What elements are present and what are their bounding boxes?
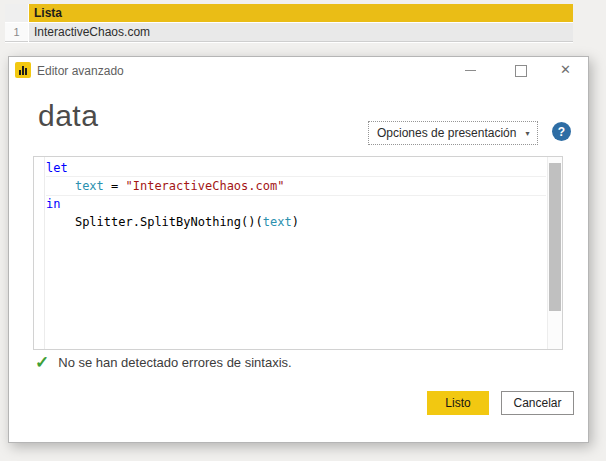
advanced-editor-dialog: Editor avanzado ✕ data Opciones de prese… xyxy=(8,56,589,443)
code-line[interactable]: Splitter.SplitByNothing()(text) xyxy=(46,213,546,231)
table-corner-cell xyxy=(5,4,28,22)
editor-scrollbar[interactable] xyxy=(547,157,562,349)
maximize-icon[interactable] xyxy=(515,65,527,77)
power-bi-advanced-editor-screen: { "preview_table": { "column_header": "L… xyxy=(0,0,606,461)
dialog-titlebar[interactable]: Editor avanzado ✕ xyxy=(9,57,588,87)
done-button[interactable]: Listo xyxy=(427,391,489,415)
check-icon: ✓ xyxy=(35,354,49,371)
syntax-status-message: No se han detectado errores de sintaxis. xyxy=(58,355,291,370)
help-icon[interactable]: ? xyxy=(552,122,571,141)
m-code-editor[interactable]: let text = "InteractiveChaos.com"in Spli… xyxy=(33,156,563,350)
query-preview-table: Lista 1 InteractiveChaos.com xyxy=(5,4,573,43)
close-icon[interactable]: ✕ xyxy=(560,61,571,79)
table-row-number: 1 xyxy=(5,23,28,42)
minimize-icon[interactable] xyxy=(465,70,476,71)
code-line[interactable]: let xyxy=(46,159,546,177)
editor-gutter-line xyxy=(44,157,45,349)
dialog-title: Editor avanzado xyxy=(37,64,124,78)
chevron-down-icon: ▾ xyxy=(525,129,529,138)
code-line[interactable]: in xyxy=(46,195,546,213)
code-lines[interactable]: let text = "InteractiveChaos.com"in Spli… xyxy=(46,159,546,231)
editor-scrollbar-thumb[interactable] xyxy=(549,163,561,311)
query-name-heading: data xyxy=(38,99,98,133)
table-column-header[interactable]: Lista xyxy=(29,4,573,22)
power-bi-icon xyxy=(15,62,31,78)
code-line[interactable]: text = "InteractiveChaos.com" xyxy=(46,177,546,195)
display-options-label: Opciones de presentación xyxy=(377,126,516,140)
syntax-status: ✓ No se han detectado errores de sintaxi… xyxy=(35,354,292,371)
table-cell-value[interactable]: InteractiveChaos.com xyxy=(29,23,573,42)
cancel-button[interactable]: Cancelar xyxy=(501,391,574,415)
display-options-dropdown[interactable]: Opciones de presentación ▾ xyxy=(368,121,538,145)
